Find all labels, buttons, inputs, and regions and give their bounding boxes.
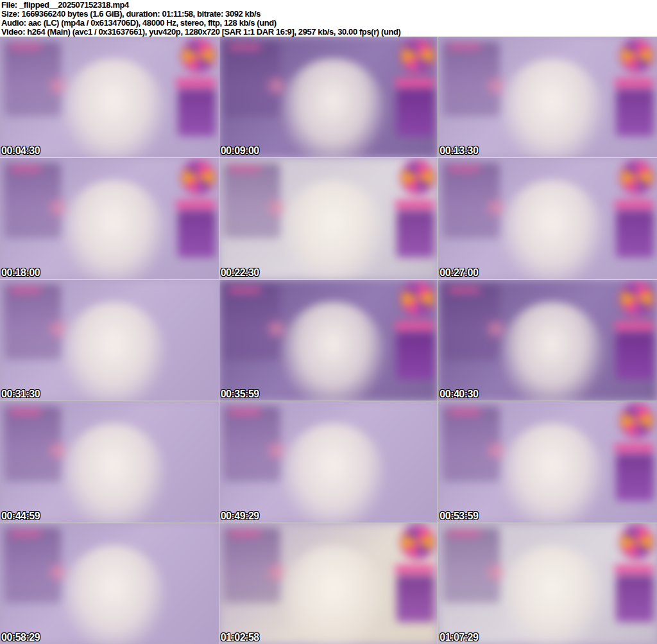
- menu-panel-graphic: [178, 211, 216, 257]
- highlight-blob-graphic: [280, 302, 386, 401]
- menu-panel-graphic: [178, 89, 216, 136]
- menu-panel-graphic: [616, 211, 654, 257]
- banner-graphic: [176, 78, 215, 87]
- metadata-header: File: _flipped__202507152318.mp4 Size: 1…: [0, 0, 657, 37]
- frame-placeholder-graphic: [0, 280, 219, 401]
- video-thumbnail: 00:09:00: [219, 37, 438, 157]
- timestamp-label: 01:02:58: [221, 632, 259, 643]
- frame-placeholder-graphic: [219, 280, 438, 401]
- timestamp-label: 00:49:29: [221, 510, 259, 522]
- timestamp-label: 00:40:30: [439, 388, 478, 400]
- hud-panel-graphic: [223, 163, 280, 238]
- hud-panel-graphic: [223, 406, 280, 482]
- frame-placeholder-graphic: [219, 37, 438, 157]
- prize-wheel-graphic: [402, 527, 433, 557]
- hud-panel-graphic: [223, 42, 280, 117]
- highlight-blob-graphic: [500, 423, 605, 523]
- timestamp-label: 00:31:30: [1, 388, 40, 400]
- highlight-blob-graphic: [61, 423, 166, 523]
- frame-placeholder-graphic: [0, 158, 219, 279]
- timestamp-label: 00:04:30: [1, 145, 40, 157]
- menu-panel-graphic: [397, 333, 434, 379]
- video-thumbnail: 00:04:30: [0, 37, 219, 157]
- frame-placeholder-graphic: [438, 37, 657, 157]
- video-info-line: Video: h264 (Main) (avc1 / 0x31637661), …: [1, 28, 657, 37]
- frame-placeholder-graphic: [438, 523, 657, 644]
- video-thumbnail: 00:35:59: [219, 280, 438, 401]
- timestamp-label: 00:22:30: [221, 267, 259, 279]
- highlight-blob-graphic: [61, 545, 166, 644]
- timestamp-label: 00:09:00: [221, 145, 259, 157]
- frame-placeholder-graphic: [219, 158, 438, 279]
- highlight-blob-graphic: [500, 58, 605, 157]
- prize-wheel-graphic: [402, 40, 433, 71]
- timestamp-label: 00:58:29: [1, 632, 40, 643]
- highlight-blob-graphic: [61, 180, 166, 279]
- highlight-blob-graphic: [280, 545, 386, 644]
- frame-placeholder-graphic: [0, 401, 219, 522]
- prize-wheel-graphic: [402, 162, 433, 193]
- overlay-widgets: [615, 40, 654, 147]
- hud-panel-graphic: [4, 528, 62, 603]
- hud-panel-graphic: [443, 406, 500, 482]
- menu-panel-graphic: [616, 575, 654, 622]
- highlight-blob-graphic: [500, 180, 605, 279]
- banner-graphic: [615, 444, 654, 452]
- hud-panel-graphic: [443, 42, 500, 117]
- hud-panel-graphic: [4, 163, 62, 238]
- frame-placeholder-graphic: [438, 401, 657, 522]
- video-thumbnail: 00:27:00: [438, 158, 657, 279]
- prize-wheel-graphic: [622, 40, 653, 71]
- video-thumbnail: 01:07:29: [438, 523, 657, 644]
- hud-panel-graphic: [443, 163, 500, 238]
- video-thumbnail: 00:44:59: [0, 401, 219, 522]
- banner-graphic: [615, 200, 654, 209]
- menu-panel-graphic: [616, 454, 654, 501]
- timestamp-label: 00:18:00: [1, 267, 40, 279]
- file-name-line: File: _flipped__202507152318.mp4: [1, 1, 657, 10]
- video-thumbnail: 00:22:30: [219, 158, 438, 279]
- timestamp-label: 00:53:59: [439, 510, 478, 522]
- banner-graphic: [395, 565, 434, 573]
- highlight-blob-graphic: [61, 58, 166, 157]
- video-thumbnail: 00:40:30: [438, 280, 657, 401]
- overlay-widgets: [395, 527, 434, 633]
- banner-graphic: [615, 565, 654, 573]
- timestamp-label: 00:27:00: [439, 267, 478, 279]
- banner-graphic: [395, 322, 434, 330]
- thumbnail-grid: 00:04:30 00:09:00 00:13:30: [0, 37, 657, 644]
- size-line: Size: 1669366240 bytes (1.6 GiB), durati…: [1, 10, 657, 19]
- menu-panel-graphic: [397, 575, 434, 622]
- hud-panel-graphic: [4, 284, 62, 360]
- banner-graphic: [176, 200, 215, 209]
- frame-placeholder-graphic: [0, 523, 219, 644]
- video-thumbnail: 01:02:58: [219, 523, 438, 644]
- frame-placeholder-graphic: [219, 401, 438, 522]
- highlight-blob-graphic: [280, 180, 386, 279]
- hud-panel-graphic: [4, 406, 62, 482]
- overlay-widgets: [176, 162, 215, 268]
- menu-panel-graphic: [397, 89, 434, 136]
- menu-panel-graphic: [616, 89, 654, 136]
- frame-placeholder-graphic: [219, 523, 438, 644]
- overlay-widgets: [395, 162, 434, 268]
- prize-wheel-graphic: [183, 40, 214, 71]
- prize-wheel-graphic: [622, 162, 653, 193]
- highlight-blob-graphic: [61, 302, 166, 401]
- prize-wheel-graphic: [622, 283, 653, 314]
- video-thumbnail: 00:31:30: [0, 280, 219, 401]
- frame-placeholder-graphic: [438, 280, 657, 401]
- frame-placeholder-graphic: [0, 37, 219, 157]
- video-thumbnail: 00:58:29: [0, 523, 219, 644]
- timestamp-label: 01:07:29: [439, 632, 478, 643]
- prize-wheel-graphic: [622, 527, 653, 557]
- overlay-widgets: [615, 405, 654, 512]
- hud-panel-graphic: [4, 42, 62, 117]
- overlay-widgets: [615, 162, 654, 268]
- overlay-widgets: [615, 527, 654, 633]
- hud-panel-graphic: [223, 528, 280, 603]
- video-thumbnail: 00:53:59: [438, 401, 657, 522]
- menu-panel-graphic: [616, 333, 654, 379]
- banner-graphic: [395, 200, 434, 209]
- banner-graphic: [615, 78, 654, 87]
